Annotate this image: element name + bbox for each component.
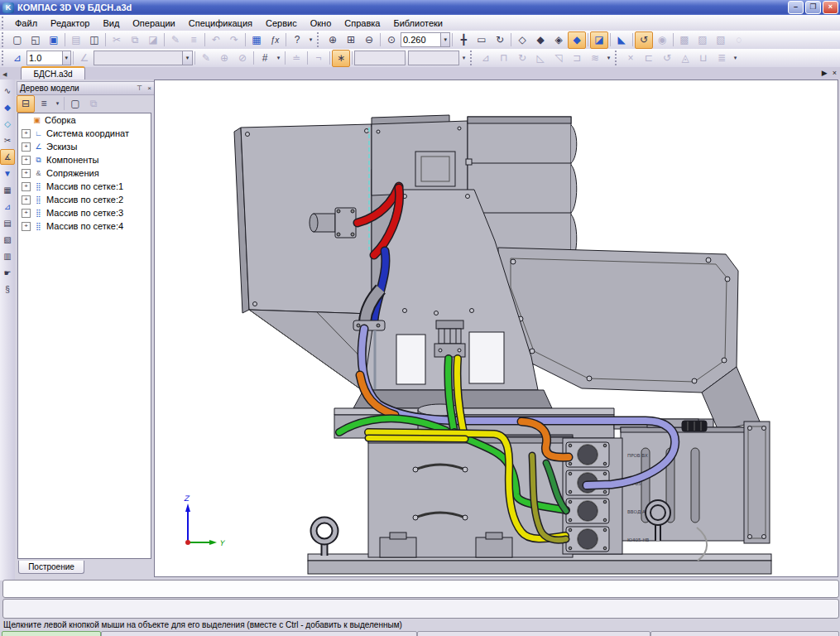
rotate-tool-icon[interactable]: ↻: [513, 50, 531, 67]
tree-item-grid-array-1[interactable]: + ⣿ Массив по сетке:1: [18, 180, 151, 193]
expand-icon[interactable]: +: [22, 129, 31, 138]
halftone-view-icon[interactable]: ◪: [590, 31, 608, 49]
mcs-icon[interactable]: ↺: [658, 50, 676, 67]
round-connector-3[interactable]: [566, 499, 609, 523]
cut-icon[interactable]: ✂: [108, 31, 126, 49]
menu-window[interactable]: Окно: [304, 17, 338, 30]
tree-item-coordinate-system[interactable]: + ∟ Система координат: [18, 127, 151, 140]
save-icon[interactable]: ▣: [45, 31, 63, 49]
wireframe-view-icon[interactable]: ◣: [612, 31, 631, 49]
area-tool-icon[interactable]: ⊓: [495, 50, 513, 67]
tree-item-sketches[interactable]: + ∠ Эскизы: [18, 140, 151, 153]
round-connector-1[interactable]: [566, 442, 609, 467]
tree-panel-header[interactable]: Дерево модели ⊤ ×: [17, 81, 157, 95]
rotate-view-icon[interactable]: ↺: [635, 31, 653, 49]
minimize-button[interactable]: –: [788, 1, 804, 14]
panel-box[interactable]: [234, 124, 376, 400]
expand-icon[interactable]: +: [22, 209, 31, 218]
face-tool-icon[interactable]: ⊐: [568, 50, 586, 67]
surface-icon[interactable]: ◇: [0, 116, 15, 132]
sheet-icon[interactable]: ▤: [0, 215, 15, 231]
zoom-in-icon[interactable]: ⊕: [324, 31, 342, 49]
edge-tool-icon[interactable]: ◹: [550, 50, 568, 67]
curvature-icon[interactable]: ⊔: [694, 50, 713, 67]
filter-icon[interactable]: ▼: [0, 166, 15, 181]
current-step-icon[interactable]: ⊿: [8, 50, 26, 67]
property-bar[interactable]: [2, 580, 839, 598]
toolbar-more-icon[interactable]: ▾: [459, 50, 468, 67]
hand-icon[interactable]: ☛: [0, 265, 15, 281]
orientation-dimetry-icon[interactable]: ◈: [550, 31, 568, 49]
spline-icon[interactable]: ∿: [0, 83, 15, 99]
tab-close-icon[interactable]: ×: [833, 69, 837, 77]
assembly-model[interactable]: ПРОВ ВХ ВЧ-05 ВВОД АЦ Ю405-НВ: [184, 115, 771, 574]
round-connector-4[interactable]: [566, 527, 609, 552]
tab-scroll-right-icon[interactable]: ▶: [822, 69, 828, 77]
angle-tool-icon[interactable]: ◺: [531, 50, 550, 67]
menu-service[interactable]: Сервис: [259, 17, 304, 30]
variables-fx-icon[interactable]: ƒx: [266, 31, 284, 49]
tree-item-grid-array-3[interactable]: + ⣿ Массив по сетке:3: [18, 206, 151, 219]
pan-icon[interactable]: ╋: [454, 31, 473, 49]
step-combo[interactable]: ▾: [26, 51, 71, 65]
center-post[interactable]: [434, 320, 465, 357]
perspective-icon[interactable]: ◉: [653, 31, 671, 49]
tree-item-grid-array-4[interactable]: + ⣿ Массив по сетке:4: [18, 219, 151, 233]
expand-icon[interactable]: +: [22, 182, 31, 191]
3d-viewport[interactable]: ПРОВ ВХ ВЧ-05 ВВОД АЦ Ю405-НВ: [154, 80, 838, 577]
list-icon[interactable]: ≡: [185, 31, 203, 49]
refresh-icon[interactable]: ↻: [491, 31, 509, 49]
tree-doc-icon[interactable]: ▢: [66, 95, 84, 113]
redo-icon[interactable]: ↷: [225, 31, 243, 49]
grid-icon[interactable]: #: [256, 50, 274, 67]
tree-item-assembly[interactable]: ▣ Сборка: [18, 113, 151, 127]
document-tab[interactable]: БДСН.a3d: [21, 66, 84, 80]
chevron-down-icon[interactable]: ▾: [182, 51, 192, 65]
menu-operations[interactable]: Операции: [126, 17, 181, 30]
measure-icon[interactable]: ∡: [0, 149, 15, 165]
menu-specification[interactable]: Спецификация: [182, 17, 259, 30]
zoom-frame-icon[interactable]: ⊞: [342, 31, 360, 49]
tree-relations-icon[interactable]: ⧉: [84, 95, 103, 113]
close-icon[interactable]: ×: [145, 84, 154, 92]
new-icon[interactable]: ▢: [8, 31, 26, 49]
maximize-button[interactable]: ❐: [805, 1, 821, 14]
undo-icon[interactable]: ↶: [207, 31, 225, 49]
menu-file[interactable]: Файл: [8, 17, 44, 30]
chevron-down-icon[interactable]: ▾: [62, 51, 70, 65]
tree-item-components[interactable]: + ⧉ Компоненты: [18, 153, 151, 166]
zoom-scale-combo[interactable]: ▾: [401, 32, 450, 47]
add-relation-icon[interactable]: ⊕: [215, 50, 233, 67]
tree-structure-icon[interactable]: ⊟: [17, 95, 35, 113]
end-cap[interactable]: [744, 422, 770, 543]
expand-icon[interactable]: +: [22, 195, 31, 205]
toolbar-more-icon[interactable]: ▾: [306, 31, 315, 49]
toolbar-more-icon[interactable]: ▾: [731, 50, 740, 67]
macro-icon[interactable]: §: [0, 282, 15, 297]
current-zoom-icon[interactable]: ⊙: [382, 31, 401, 49]
shaded-view-icon[interactable]: ◆: [568, 31, 586, 49]
simplify-icon[interactable]: ◌: [730, 31, 748, 49]
collision-icon[interactable]: ⊏: [640, 50, 658, 67]
motor-box[interactable]: [372, 115, 468, 195]
clip-icon[interactable]: ✂: [0, 132, 15, 148]
section-plane-icon[interactable]: ▨: [694, 31, 712, 49]
expand-icon[interactable]: +: [22, 156, 31, 165]
menu-view[interactable]: Вид: [96, 17, 126, 30]
preview-icon[interactable]: ◫: [85, 31, 103, 49]
menu-help[interactable]: Справка: [338, 17, 386, 30]
zoom-scale-input[interactable]: [401, 33, 440, 46]
sketch-mode-icon[interactable]: ✎: [197, 50, 215, 67]
step-input[interactable]: [27, 51, 62, 65]
print-icon[interactable]: ▤: [67, 31, 85, 49]
tree-display-icon[interactable]: ≡: [35, 95, 53, 113]
zoom-out-icon[interactable]: ⊖: [360, 31, 378, 49]
format-brush-icon[interactable]: ✎: [166, 31, 185, 49]
pin-icon[interactable]: ⊤: [134, 84, 145, 92]
lifting-eye-left[interactable]: [314, 520, 335, 556]
ortho-icon[interactable]: ¬: [310, 50, 328, 67]
check-icon[interactable]: ×: [622, 50, 640, 67]
deviation-icon[interactable]: ◬: [676, 50, 694, 67]
report-icon[interactable]: ≣: [713, 50, 731, 67]
coord-y-field[interactable]: [408, 51, 459, 65]
